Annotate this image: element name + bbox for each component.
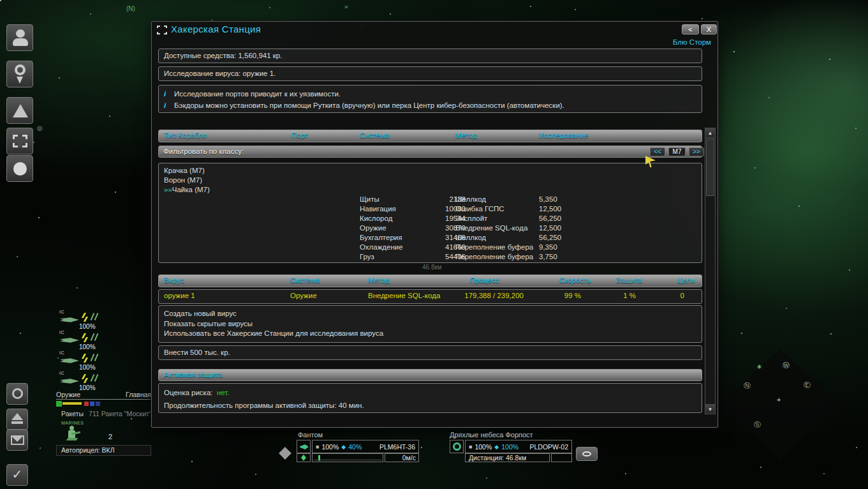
port-row[interactable]: 31466 Бухгалтерия Шеллкод 56,250 xyxy=(159,234,702,243)
station-owner: Блю Сторм xyxy=(673,38,711,46)
ship-menu-button[interactable] xyxy=(6,97,33,124)
close-button[interactable]: X xyxy=(701,24,717,34)
weapon-chip-green xyxy=(56,401,62,407)
port-research: 56,250 xyxy=(539,214,561,222)
rockets-readout[interactable]: Ракеты711 Ракета "Москит" xyxy=(61,410,152,418)
research-readout: Исследование вируса: оружие 1. xyxy=(158,66,702,81)
port-row[interactable]: 10080 Навигация Ошибка ГСПС 12,500 xyxy=(159,205,702,214)
active-defense-header: Активная защита xyxy=(158,369,702,381)
lightning-icon xyxy=(83,313,88,322)
autoaim-toggle[interactable]: Автоприцел: ВКЛ xyxy=(56,445,151,456)
port-row[interactable]: 19544 Кислород Эксплойт 56,250 xyxy=(159,214,702,224)
radar-west-icon: Ⓦ xyxy=(783,361,790,370)
ship-class-name: Ворон (M7) xyxy=(164,176,202,184)
wingman-entry[interactable]: IC 100% xyxy=(56,331,152,352)
shield-marks-icon xyxy=(92,333,99,342)
virus-table-header: Вирус Система Метод Процесс Скорость Защ… xyxy=(158,275,702,287)
target-distance-readout: 46.8км xyxy=(422,264,442,271)
target-menu-button[interactable] xyxy=(6,128,33,154)
wingman-entry[interactable]: IC 100% xyxy=(56,372,152,393)
virus-actions-box: Создать новый вирус Показать скрытые вир… xyxy=(158,305,702,343)
shield-marks-icon xyxy=(92,354,99,362)
filter-class-value[interactable]: M7 xyxy=(668,147,686,156)
back-button[interactable]: < xyxy=(682,24,699,34)
mail-icon xyxy=(11,435,24,445)
defense-duration: Продолжительность программы активной защ… xyxy=(164,399,696,412)
info-text: Исследование портов приводит к их уязвим… xyxy=(174,88,341,100)
target-action-button[interactable] xyxy=(576,447,598,461)
scroll-thumb[interactable] xyxy=(706,139,714,196)
tab-main[interactable]: Главная xyxy=(126,391,151,398)
ship-class-row-selected[interactable]: »»Чайка (M7) xyxy=(159,186,702,195)
port-research: 9,350 xyxy=(539,243,557,251)
shield-percent: 40% xyxy=(348,443,362,451)
eject-icon xyxy=(11,413,23,420)
filter-next-button[interactable]: >> xyxy=(689,147,704,156)
sector-menu-button[interactable] xyxy=(6,155,33,182)
confirm-button[interactable]: ✓ xyxy=(6,464,28,486)
port-row[interactable]: 2138 Щиты Шеллкод 5,350 xyxy=(159,195,702,205)
port-research: 5,350 xyxy=(539,195,557,203)
col-method: Метод xyxy=(368,276,390,284)
virus-row[interactable]: оружие 1 Оружие Внедрение SQL-кода 179,3… xyxy=(159,292,702,303)
ship-id: PLM6HT-36 xyxy=(379,443,415,451)
port-row[interactable]: 54406 Груз Переполнение буфера 3,750 xyxy=(159,253,702,262)
lightning-icon xyxy=(83,354,88,363)
wingman-entry[interactable]: IC 100% xyxy=(56,311,152,331)
scroll-up-arrow[interactable]: ▲ xyxy=(705,128,715,138)
port-row[interactable]: 41660 Охлаждение Переполнение буфера 9,3… xyxy=(159,243,702,253)
action-create-virus[interactable]: Создать новый вирус xyxy=(164,309,696,319)
ports-list: Крачка (M7) Ворон (M7) »»Чайка (M7) 2138… xyxy=(158,163,702,263)
lightning-icon xyxy=(83,333,88,342)
scroll-down-arrow[interactable]: ▼ xyxy=(705,404,715,414)
info-icon: i xyxy=(164,100,169,111)
port-method: Переполнение буфера xyxy=(455,253,533,260)
hull-percent: 100% xyxy=(321,443,339,451)
info-icon: i xyxy=(164,88,169,100)
ship-class-name: Крачка (M7) xyxy=(164,167,205,174)
port-system: Оружие xyxy=(360,224,386,232)
virus-speed: 99 % xyxy=(530,292,581,299)
person-icon xyxy=(16,29,25,38)
throttle-arrows-icon[interactable] xyxy=(297,453,311,462)
messages-button[interactable] xyxy=(6,429,28,451)
hull-icon: ■ xyxy=(469,444,472,450)
ship-class-row[interactable]: Ворон (M7) xyxy=(159,176,702,186)
speed-gauge[interactable] xyxy=(312,453,383,462)
dialog-scrollbar[interactable]: ▲ ▼ xyxy=(705,128,716,414)
port-system: Охлаждение xyxy=(360,243,403,251)
deposit-button[interactable]: Внести 500 тыс. кр. xyxy=(158,345,702,360)
port-method: Внедрение SQL-кода xyxy=(455,224,527,232)
shield-percent: 100% xyxy=(501,443,519,451)
filter-prev-button[interactable]: << xyxy=(650,147,665,156)
target-station-status-bar: ■ 100% ◆ 100% PLDOPW-02 xyxy=(465,440,572,453)
comms-button[interactable] xyxy=(6,383,28,405)
port-method: Ошибка ГСПС xyxy=(455,205,504,213)
port-row[interactable]: 30870 Оружие Внедрение SQL-кода 12,500 xyxy=(159,224,702,234)
navigation-menu-button[interactable] xyxy=(6,61,33,87)
station-id: PLDOPW-02 xyxy=(530,443,569,451)
ports-table-header: Тип Корабля Порт Система Метод Исследова… xyxy=(158,130,702,142)
nav-marker-icon: ◎ xyxy=(37,124,43,132)
port-research: 12,500 xyxy=(539,224,561,232)
wingman-tag: IC xyxy=(59,371,64,375)
ship-class-row[interactable]: Крачка (M7) xyxy=(159,167,702,176)
radar-blip-icon: ∗ xyxy=(756,363,762,371)
starfield xyxy=(0,0,1,1)
pilot-menu-button[interactable] xyxy=(6,24,33,51)
nav-marker-icon: » xyxy=(344,3,348,10)
weapon-chip-blue xyxy=(90,402,94,406)
action-show-hidden-viruses[interactable]: Показать скрытые вирусы xyxy=(164,319,696,329)
ship-class-name: Чайка (M7) xyxy=(172,186,210,193)
comms-icon xyxy=(12,388,23,399)
port-method: Шеллкод xyxy=(455,234,486,241)
wingman-ship-icon xyxy=(60,357,79,365)
action-use-all-stations[interactable]: Использовать все Хакерские Станции для и… xyxy=(164,329,696,339)
wingman-tag: IC xyxy=(59,330,64,335)
port-research: 12,500 xyxy=(539,205,561,213)
tab-weapons[interactable]: Оружие xyxy=(56,391,80,398)
wingman-entry[interactable]: IC 100% xyxy=(56,352,152,372)
eject-button[interactable] xyxy=(6,409,28,430)
col-speed: Скорость xyxy=(559,276,591,284)
risk-label: Оценка риска: xyxy=(164,389,215,396)
